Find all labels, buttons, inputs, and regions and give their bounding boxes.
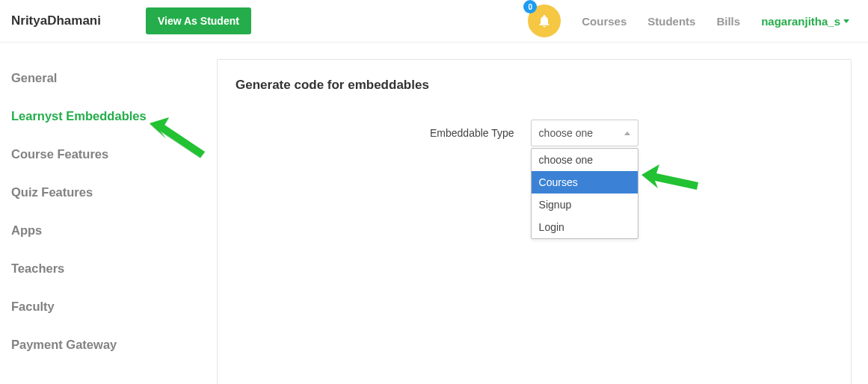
- user-name: nagaranjitha_s: [761, 15, 840, 28]
- dropdown-option-login[interactable]: Login: [532, 216, 638, 238]
- panel-title: Generate code for embeddables: [236, 78, 833, 93]
- sidebar-item-quiz-features[interactable]: Quiz Features: [11, 173, 217, 211]
- embeddable-type-label: Embeddable Type: [430, 120, 514, 139]
- dropdown-option-signup[interactable]: Signup: [532, 193, 638, 216]
- notification-bell-button[interactable]: 0: [528, 4, 561, 37]
- view-as-student-button[interactable]: View As Student: [146, 7, 251, 34]
- settings-sidebar: General Learnyst Embeddables Course Feat…: [0, 59, 217, 384]
- embeddable-type-select-wrap: choose one choose one Courses Signup Log…: [531, 120, 638, 146]
- sidebar-item-apps[interactable]: Apps: [11, 211, 217, 250]
- notification-count-badge: 0: [523, 0, 537, 13]
- nav-courses[interactable]: Courses: [582, 15, 627, 28]
- select-current-value: choose one: [539, 127, 593, 139]
- brand-title: NrityaDhamani: [11, 13, 101, 28]
- body-wrap: General Learnyst Embeddables Course Feat…: [0, 43, 868, 384]
- main-panel: Generate code for embeddables Embeddable…: [217, 59, 852, 384]
- caret-down-icon: [843, 19, 849, 23]
- user-menu[interactable]: nagaranjitha_s: [761, 15, 849, 28]
- bell-icon: [537, 13, 552, 28]
- select-caret-icon: [624, 131, 630, 135]
- nav-students[interactable]: Students: [647, 15, 695, 28]
- dropdown-option-choose-one[interactable]: choose one: [532, 149, 638, 171]
- top-header: NrityaDhamani View As Student 0 Courses …: [0, 0, 868, 43]
- sidebar-item-payment-gateway[interactable]: Payment Gateway: [11, 326, 217, 364]
- embeddable-type-row: Embeddable Type choose one choose one Co…: [430, 120, 833, 146]
- nav-bills[interactable]: Bills: [716, 15, 740, 28]
- embeddable-type-dropdown: choose one Courses Signup Login: [531, 148, 638, 239]
- sidebar-item-general[interactable]: General: [11, 59, 217, 97]
- embeddable-type-select[interactable]: choose one: [531, 120, 638, 146]
- sidebar-item-learnyst-embeddables[interactable]: Learnyst Embeddables: [11, 97, 217, 135]
- header-right-nav: 0 Courses Students Bills nagaranjitha_s: [528, 4, 857, 37]
- sidebar-item-teachers[interactable]: Teachers: [11, 250, 217, 288]
- sidebar-item-faculty[interactable]: Faculty: [11, 288, 217, 326]
- dropdown-option-courses[interactable]: Courses: [532, 171, 638, 193]
- sidebar-item-course-features[interactable]: Course Features: [11, 135, 217, 173]
